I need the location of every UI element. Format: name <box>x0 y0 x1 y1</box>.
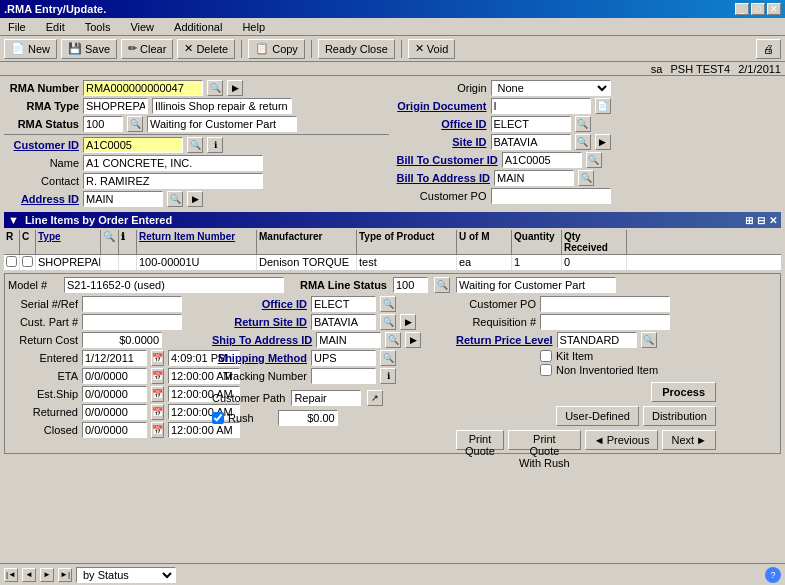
origin-select[interactable]: None <box>491 80 611 96</box>
site-id-input[interactable] <box>491 134 571 150</box>
grid-icon-3[interactable]: ✕ <box>769 215 777 226</box>
menu-edit[interactable]: Edit <box>42 20 69 34</box>
bill-to-customer-lookup-btn[interactable]: 🔍 <box>586 152 602 168</box>
det-office-input[interactable] <box>311 296 376 312</box>
det-return-site-nav[interactable]: ▶ <box>400 314 416 330</box>
address-id-input[interactable] <box>83 191 163 207</box>
office-id-label[interactable]: Office ID <box>397 118 487 130</box>
det-shipping-method-input[interactable] <box>311 350 376 366</box>
rma-line-status-lookup[interactable]: 🔍 <box>434 277 450 293</box>
print-button[interactable]: 🖨 <box>756 39 781 59</box>
closed-date[interactable] <box>82 422 147 438</box>
rma-number-input[interactable] <box>83 80 203 96</box>
rma-type-input[interactable] <box>83 98 148 114</box>
site-id-label[interactable]: Site ID <box>397 136 487 148</box>
eta-cal-btn[interactable]: 📅 <box>151 368 164 384</box>
address-id-label[interactable]: Address ID <box>4 193 79 205</box>
customer-id-input[interactable] <box>83 137 183 153</box>
bill-to-address-lookup-btn[interactable]: 🔍 <box>578 170 594 186</box>
kit-item-checkbox[interactable] <box>540 350 552 362</box>
save-button[interactable]: 💾 Save <box>61 39 117 59</box>
grid-icon-2[interactable]: ⊟ <box>757 215 765 226</box>
returned-cal-btn[interactable]: 📅 <box>151 404 164 420</box>
address-nav-btn[interactable]: ▶ <box>187 191 203 207</box>
nav-last-btn[interactable]: ►| <box>58 568 72 582</box>
det-ship-to-nav[interactable]: ▶ <box>405 332 421 348</box>
user-defined-button[interactable]: User-Defined <box>556 406 639 426</box>
menu-tools[interactable]: Tools <box>81 20 115 34</box>
grid-icon-1[interactable]: ⊞ <box>745 215 753 226</box>
eta-date[interactable] <box>82 368 147 384</box>
rma-lookup-btn[interactable]: 🔍 <box>207 80 223 96</box>
previous-button[interactable]: ◄ Previous <box>585 430 659 450</box>
maximize-btn[interactable]: □ <box>751 3 765 15</box>
det-tracking-info[interactable]: ℹ <box>380 368 396 384</box>
row-c-check[interactable] <box>20 255 36 270</box>
est-ship-cal-btn[interactable]: 📅 <box>151 386 164 402</box>
det-shipping-method-label[interactable]: Shipping Method <box>212 352 307 364</box>
cust-part-input[interactable] <box>82 314 182 330</box>
minimize-btn[interactable]: _ <box>735 3 749 15</box>
status-dropdown[interactable]: by Status <box>76 567 176 583</box>
menu-help[interactable]: Help <box>238 20 269 34</box>
rma-status-code-input[interactable] <box>83 116 123 132</box>
menu-additional[interactable]: Additional <box>170 20 226 34</box>
det-return-price-input[interactable] <box>557 332 637 348</box>
customer-lookup-btn[interactable]: 🔍 <box>187 137 203 153</box>
bill-to-address-label[interactable]: Bill To Address ID <box>397 172 491 184</box>
customer-po-top-input[interactable] <box>491 188 611 204</box>
det-return-price-lookup[interactable]: 🔍 <box>641 332 657 348</box>
process-button[interactable]: Process <box>651 382 716 402</box>
col-type[interactable]: Type <box>36 230 101 254</box>
bill-to-address-input[interactable] <box>494 170 574 186</box>
address-lookup-btn[interactable]: 🔍 <box>167 191 183 207</box>
return-cost-input[interactable] <box>82 332 162 348</box>
closed-cal-btn[interactable]: 📅 <box>151 422 164 438</box>
det-return-site-lookup[interactable]: 🔍 <box>380 314 396 330</box>
site-nav-btn[interactable]: ▶ <box>595 134 611 150</box>
origin-doc-btn[interactable]: 📄 <box>595 98 611 114</box>
print-quote-rush-button[interactable]: Print Quote With Rush <box>508 430 581 450</box>
entered-cal-btn[interactable]: 📅 <box>151 350 164 366</box>
model-input[interactable] <box>64 277 284 293</box>
returned-date[interactable] <box>82 404 147 420</box>
void-button[interactable]: ✕ Void <box>408 39 455 59</box>
origin-doc-input[interactable] <box>491 98 591 114</box>
rma-nav-btn[interactable]: ▶ <box>227 80 243 96</box>
contact-input[interactable] <box>83 173 263 189</box>
print-quote-button[interactable]: Print Quote <box>456 430 504 450</box>
customer-info-btn[interactable]: ℹ <box>207 137 223 153</box>
det-return-site-label[interactable]: Return Site ID <box>212 316 307 328</box>
det-ship-to-input[interactable] <box>316 332 381 348</box>
det-requisition-input[interactable] <box>540 314 670 330</box>
customer-path-btn[interactable]: ↗ <box>367 390 383 406</box>
office-id-input[interactable] <box>491 116 571 132</box>
copy-button[interactable]: 📋 Copy <box>248 39 305 59</box>
customer-id-label[interactable]: Customer ID <box>4 139 79 151</box>
col-return-item[interactable]: Return Item Number <box>137 230 257 254</box>
rma-line-status-code[interactable] <box>393 277 428 293</box>
ready-close-button[interactable]: Ready Close <box>318 39 395 59</box>
non-inv-checkbox[interactable] <box>540 364 552 376</box>
det-ship-to-lookup[interactable]: 🔍 <box>385 332 401 348</box>
close-btn[interactable]: ✕ <box>767 3 781 15</box>
lookup-icon[interactable]: 🔍 <box>101 230 119 254</box>
nav-first-btn[interactable]: |◄ <box>4 568 18 582</box>
next-button[interactable]: Next ► <box>662 430 716 450</box>
collapse-icon[interactable]: ▼ <box>8 214 19 226</box>
site-lookup-btn[interactable]: 🔍 <box>575 134 591 150</box>
det-return-site-input[interactable] <box>311 314 376 330</box>
menu-view[interactable]: View <box>126 20 158 34</box>
info-icon[interactable]: ℹ <box>119 230 137 254</box>
help-icon[interactable]: ? <box>765 567 781 583</box>
serial-input[interactable] <box>82 296 182 312</box>
bill-to-customer-label[interactable]: Bill To Customer ID <box>397 154 498 166</box>
nav-prev-btn[interactable]: ◄ <box>22 568 36 582</box>
rma-status-lookup-btn[interactable]: 🔍 <box>127 116 143 132</box>
det-ship-to-label[interactable]: Ship To Address ID <box>212 334 312 346</box>
est-ship-date[interactable] <box>82 386 147 402</box>
customer-path-input[interactable] <box>291 390 361 406</box>
office-lookup-btn[interactable]: 🔍 <box>575 116 591 132</box>
menu-file[interactable]: File <box>4 20 30 34</box>
det-office-label[interactable]: Office ID <box>212 298 307 310</box>
